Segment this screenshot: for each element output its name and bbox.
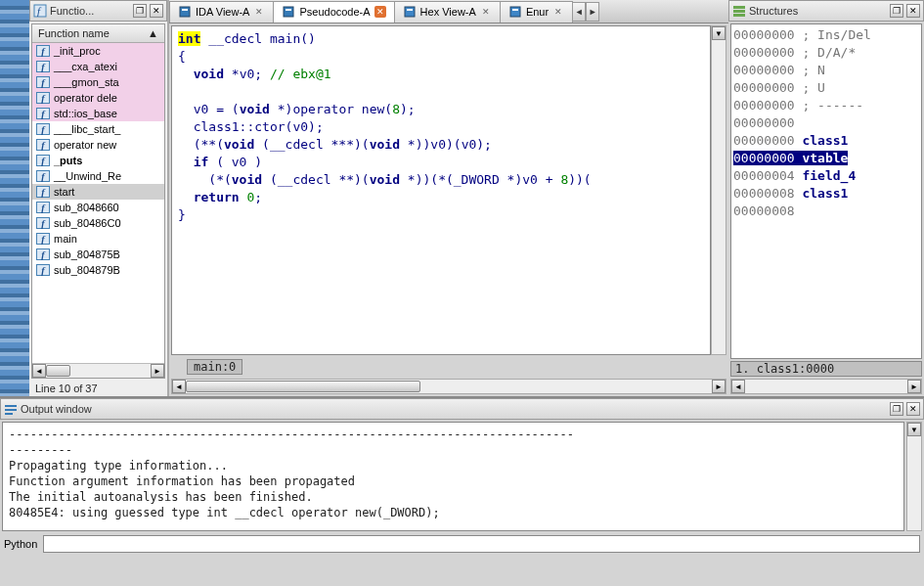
svg-rect-14 — [5, 409, 17, 411]
sort-icon: ▲ — [148, 27, 158, 39]
scroll-left-button[interactable]: ◄ — [32, 364, 46, 378]
function-label: sub_804875B — [54, 248, 120, 260]
tab-hex-view-a[interactable]: Hex View-A✕ — [394, 1, 501, 23]
functions-title: Functio... — [50, 5, 130, 17]
function-icon: f — [36, 61, 50, 72]
tab-scroll-right[interactable]: ► — [586, 2, 599, 22]
scroll-right-button[interactable]: ► — [151, 364, 164, 378]
structure-line[interactable]: 00000000 ; D/A/* — [733, 44, 919, 62]
tab-close-button[interactable]: ✕ — [480, 6, 492, 18]
structures-view[interactable]: 00000000 ; Ins/Del00000000 ; D/A/*000000… — [730, 23, 922, 359]
tab-close-button[interactable]: ✕ — [374, 6, 386, 18]
structure-line[interactable]: 00000000 ; Ins/Del — [733, 26, 919, 44]
tab-close-button[interactable]: ✕ — [552, 6, 564, 18]
function-item[interactable]: f___libc_start_ — [32, 121, 164, 137]
structure-line[interactable]: 00000000 ; ------ — [733, 97, 919, 114]
python-label: Python — [4, 538, 37, 550]
output-text[interactable]: ----------------------------------------… — [2, 422, 904, 531]
structure-line[interactable]: 00000004 field_4 — [733, 167, 919, 185]
function-label: operator new — [54, 139, 116, 151]
close-button[interactable]: ✕ — [906, 402, 920, 416]
function-item[interactable]: fsub_804875B — [32, 247, 164, 262]
function-icon: f — [33, 4, 47, 18]
structure-line[interactable]: 00000000 class1 — [733, 132, 919, 150]
tab-ida-view-a[interactable]: IDA View-A✕ — [169, 1, 274, 23]
output-vscroll[interactable]: ▲ ▼ — [906, 422, 922, 531]
function-label: sub_80486C0 — [54, 217, 121, 229]
function-label: operator dele — [54, 92, 117, 104]
scroll-left-button[interactable]: ◄ — [172, 380, 186, 393]
svg-rect-9 — [512, 9, 518, 11]
pseudo-icon — [282, 5, 295, 19]
function-item[interactable]: fsub_80486C0 — [32, 215, 164, 231]
python-bar: Python — [0, 533, 924, 555]
function-label: std::ios_base — [54, 108, 117, 119]
tab-scroll-left[interactable]: ◄ — [572, 2, 586, 22]
function-item[interactable]: f__Unwind_Re — [32, 168, 164, 184]
structure-line[interactable]: 00000000 — [733, 114, 919, 132]
functions-status: Line 10 of 37 — [29, 381, 167, 396]
navigation-thumbnail-rail[interactable] — [0, 0, 29, 396]
svg-rect-7 — [407, 9, 413, 11]
function-item[interactable]: f___gmon_sta — [32, 74, 164, 90]
function-item[interactable]: fmain — [32, 231, 164, 247]
function-label: sub_804879B — [54, 264, 120, 276]
tab-pseudocode-a[interactable]: Pseudocode-A✕ — [273, 1, 394, 23]
structures-hscroll[interactable]: ◄ ► — [730, 379, 922, 394]
scroll-left-button[interactable]: ◄ — [731, 380, 745, 393]
function-icon: f — [36, 248, 50, 260]
function-item[interactable]: f_init_proc — [32, 43, 164, 59]
close-button[interactable]: ✕ — [150, 4, 163, 18]
scroll-thumb[interactable] — [186, 381, 420, 392]
svg-rect-10 — [733, 6, 745, 9]
restore-button[interactable]: ❐ — [890, 402, 903, 416]
scroll-right-button[interactable]: ► — [907, 380, 921, 393]
output-panel: Output window ❐ ✕ ----------------------… — [0, 396, 924, 555]
functions-list[interactable]: f_init_procf___cxa_atexif___gmon_stafope… — [32, 43, 164, 363]
scroll-down-button[interactable]: ▼ — [907, 423, 921, 436]
tab-enur[interactable]: Enur✕ — [500, 1, 573, 23]
functions-titlebar[interactable]: f Functio... ❐ ✕ — [29, 0, 167, 22]
function-item[interactable]: fsub_804879B — [32, 262, 164, 278]
tab-close-button[interactable]: ✕ — [253, 6, 265, 18]
structure-line[interactable]: 00000000 ; N — [733, 62, 919, 79]
scroll-right-button[interactable]: ► — [712, 380, 726, 393]
ida-icon — [178, 5, 192, 19]
code-vscroll[interactable]: ▲ ▼ — [711, 25, 726, 355]
structure-line[interactable]: 00000008 — [733, 203, 919, 220]
structure-line[interactable]: 00000008 class1 — [733, 185, 919, 203]
scroll-thumb[interactable] — [46, 365, 70, 377]
function-label: _puts — [54, 155, 82, 166]
function-item[interactable]: f___cxa_atexi — [32, 59, 164, 74]
function-item[interactable]: fstart — [32, 184, 164, 200]
code-hscroll[interactable]: ◄ ► — [171, 379, 726, 394]
function-item[interactable]: fsub_8048660 — [32, 200, 164, 215]
functions-column-header[interactable]: Function name ▲ — [32, 24, 164, 43]
functions-list-container: Function name ▲ f_init_procf___cxa_atexi… — [31, 23, 165, 379]
function-item[interactable]: f_puts — [32, 153, 164, 168]
python-input[interactable] — [43, 535, 920, 553]
output-titlebar[interactable]: Output window ❐ ✕ — [0, 398, 924, 420]
close-button[interactable]: ✕ — [906, 4, 920, 18]
center-panel: IDA View-A✕Pseudocode-A✕Hex View-A✕Enur✕… — [169, 0, 728, 396]
function-item[interactable]: foperator dele — [32, 90, 164, 106]
function-label: ___libc_start_ — [54, 123, 121, 135]
structure-line[interactable]: 00000000 ; U — [733, 79, 919, 97]
functions-hscroll[interactable]: ◄ ► — [32, 363, 164, 378]
function-icon: f — [36, 139, 50, 151]
function-item[interactable]: foperator new — [32, 137, 164, 153]
restore-button[interactable]: ❐ — [133, 4, 147, 18]
function-icon: f — [36, 123, 50, 135]
structure-line[interactable]: 00000000 vtable — [733, 150, 919, 167]
function-icon: f — [36, 264, 50, 276]
restore-button[interactable]: ❐ — [890, 4, 903, 18]
scroll-down-button[interactable]: ▼ — [712, 26, 726, 40]
function-label: ___cxa_atexi — [54, 61, 117, 72]
svg-rect-5 — [286, 9, 291, 11]
function-icon: f — [36, 233, 50, 245]
function-icon: f — [36, 170, 50, 182]
pseudocode-view[interactable]: int __cdecl main() { void *v0; // ebx@1 … — [171, 25, 711, 355]
structures-titlebar[interactable]: Structures ❐ ✕ — [728, 0, 924, 22]
function-item[interactable]: fstd::ios_base — [32, 106, 164, 121]
function-label: _init_proc — [54, 45, 101, 57]
